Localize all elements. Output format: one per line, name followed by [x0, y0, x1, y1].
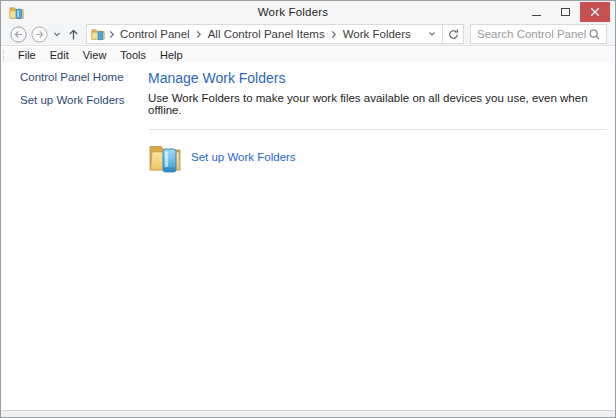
page-description: Use Work Folders to make your work files…	[148, 92, 607, 116]
chevron-down-icon	[52, 29, 62, 39]
work-folders-folder-icon	[148, 140, 182, 174]
up-button[interactable]	[66, 27, 81, 42]
sidebar: Control Panel Home Set up Work Folders	[1, 63, 139, 410]
breadcrumb-item-all-control-panel-items[interactable]: All Control Panel Items	[205, 28, 328, 40]
breadcrumb-separator[interactable]	[328, 30, 340, 39]
main-pane: Manage Work Folders Use Work Folders to …	[139, 63, 615, 410]
back-icon	[10, 26, 27, 43]
refresh-icon	[447, 28, 460, 41]
work-folders-window-icon	[9, 5, 24, 20]
window-title: Work Folders	[61, 6, 525, 18]
menu-edit[interactable]: Edit	[43, 49, 76, 61]
content-area: Control Panel Home Set up Work Folders M…	[1, 63, 615, 410]
menu-view[interactable]: View	[76, 49, 114, 61]
refresh-button[interactable]	[442, 24, 464, 44]
recent-pages-dropdown-button[interactable]	[52, 29, 62, 39]
chevron-right-icon	[329, 30, 338, 39]
breadcrumb-folder-icon	[91, 27, 105, 41]
setup-work-folders-row: Set up Work Folders	[148, 140, 607, 174]
up-arrow-icon	[66, 27, 81, 42]
forward-icon	[31, 26, 48, 43]
close-button[interactable]	[580, 2, 610, 22]
back-button[interactable]	[10, 26, 27, 43]
breadcrumb-separator[interactable]	[193, 30, 205, 39]
caption-buttons	[522, 2, 610, 22]
page-title: Manage Work Folders	[148, 70, 607, 86]
chevron-down-icon	[427, 29, 437, 39]
breadcrumb-item-control-panel[interactable]: Control Panel	[117, 28, 193, 40]
menu-tools[interactable]: Tools	[113, 49, 153, 61]
window-bottom-frame	[1, 410, 615, 417]
chevron-right-icon	[194, 30, 203, 39]
menubar-grip	[3, 50, 6, 61]
address-dropdown-button[interactable]	[424, 29, 440, 39]
sidebar-item-control-panel-home[interactable]: Control Panel Home	[20, 71, 139, 83]
search-box	[470, 24, 607, 44]
breadcrumb-item-work-folders[interactable]: Work Folders	[340, 28, 414, 40]
address-bar[interactable]: Control Panel All Control Panel Items Wo…	[86, 24, 443, 44]
titlebar[interactable]: Work Folders	[1, 1, 615, 23]
search-icon[interactable]	[588, 28, 601, 41]
maximize-button[interactable]	[551, 2, 580, 22]
menu-help[interactable]: Help	[153, 49, 190, 61]
navigation-bar: Control Panel All Control Panel Items Wo…	[1, 23, 615, 46]
menu-file[interactable]: File	[11, 49, 43, 61]
search-input[interactable]	[471, 28, 588, 40]
section-divider	[148, 129, 607, 130]
work-folders-window: Work Folders	[0, 0, 616, 418]
chevron-right-icon	[107, 30, 116, 39]
minimize-button[interactable]	[522, 2, 551, 22]
menu-bar: File Edit View Tools Help	[1, 47, 615, 63]
close-icon	[590, 7, 600, 17]
minimize-icon	[532, 15, 541, 16]
forward-button[interactable]	[31, 26, 48, 43]
breadcrumb-separator[interactable]	[105, 30, 117, 39]
maximize-icon	[561, 8, 570, 16]
sidebar-item-set-up-work-folders[interactable]: Set up Work Folders	[20, 94, 139, 106]
set-up-work-folders-link[interactable]: Set up Work Folders	[191, 151, 296, 163]
